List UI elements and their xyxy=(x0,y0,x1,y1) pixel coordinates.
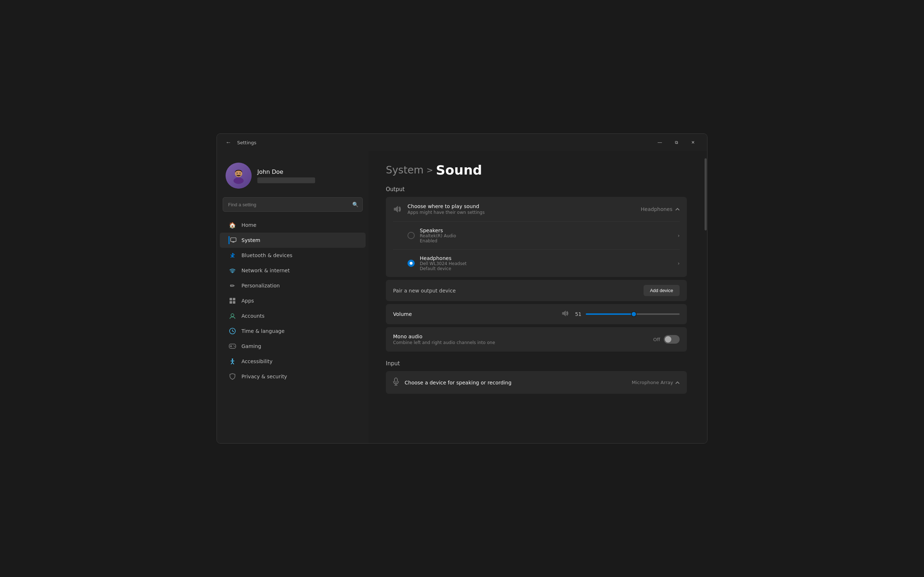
input-current-device: Microphone Array xyxy=(632,380,673,385)
sidebar: John Doe 🔍 🏠 Home xyxy=(217,151,368,443)
sidebar-label-bluetooth: Bluetooth & devices xyxy=(241,253,292,258)
output-device-card: Choose where to play sound Apps might ha… xyxy=(386,197,687,277)
volume-row: Volume 51 xyxy=(386,304,687,324)
sidebar-item-privacy[interactable]: Privacy & security xyxy=(220,369,366,384)
avatar[interactable] xyxy=(226,163,252,189)
sidebar-label-time: Time & language xyxy=(241,328,284,334)
add-device-button[interactable]: Add device xyxy=(643,285,680,296)
svg-rect-5 xyxy=(231,238,236,241)
output-device-right[interactable]: Headphones xyxy=(641,206,680,212)
svg-point-4 xyxy=(240,173,241,174)
input-right[interactable]: Microphone Array xyxy=(632,380,680,385)
sidebar-item-network[interactable]: Network & internet xyxy=(220,263,366,278)
svg-rect-11 xyxy=(229,301,232,304)
search-icon: 🔍 xyxy=(352,201,359,207)
sidebar-label-personalization: Personalization xyxy=(241,283,280,288)
output-header: Choose where to play sound Apps might ha… xyxy=(386,197,687,221)
volume-label: Volume xyxy=(393,311,412,317)
sidebar-item-gaming[interactable]: Gaming xyxy=(220,338,366,354)
sidebar-label-privacy: Privacy & security xyxy=(241,374,287,379)
user-section: John Doe xyxy=(217,157,368,197)
accounts-icon xyxy=(228,312,236,320)
volume-controls: 51 xyxy=(418,311,680,318)
network-icon xyxy=(228,266,236,274)
privacy-icon xyxy=(228,372,236,380)
user-tag xyxy=(257,177,315,183)
search-input[interactable] xyxy=(223,197,363,212)
volume-card: Volume 51 xyxy=(386,304,687,324)
breadcrumb-sep: > xyxy=(426,166,433,174)
speakers-row[interactable]: Speakers Realtek(R) Audio Enabled › xyxy=(386,222,687,249)
input-section-title: Input xyxy=(386,360,687,367)
svg-point-1 xyxy=(234,177,244,184)
mono-toggle[interactable] xyxy=(664,335,680,344)
headphones-row[interactable]: Headphones Dell WL3024 Headset Default d… xyxy=(386,250,687,277)
sidebar-item-label: Home xyxy=(241,222,256,228)
volume-icon xyxy=(562,311,569,318)
mono-title: Mono audio xyxy=(393,334,653,339)
headphones-info: Headphones Dell WL3024 Headset Default d… xyxy=(420,255,672,271)
main-panel: System > Sound Output xyxy=(368,151,704,443)
sidebar-item-system[interactable]: System xyxy=(220,233,366,248)
svg-line-26 xyxy=(233,363,234,364)
personalization-icon: ✏️ xyxy=(228,282,236,290)
sidebar-item-home[interactable]: 🏠 Home xyxy=(220,218,366,233)
scrollbar-thumb[interactable] xyxy=(704,158,707,230)
mono-audio-card: Mono audio Combine left and right audio … xyxy=(386,327,687,351)
user-name: John Doe xyxy=(257,168,315,175)
slider-thumb[interactable] xyxy=(631,311,637,317)
breadcrumb-parent: System xyxy=(386,164,423,176)
chevron-up-icon xyxy=(675,208,680,211)
svg-rect-10 xyxy=(233,298,235,300)
svg-point-20 xyxy=(234,345,234,346)
pair-device-card: Pair a new output device Add device xyxy=(386,280,687,301)
speakers-chevron: › xyxy=(677,233,680,239)
close-button[interactable]: ✕ xyxy=(685,137,701,148)
speakers-sub2: Enabled xyxy=(420,239,672,243)
sidebar-item-accounts[interactable]: Accounts xyxy=(220,308,366,324)
headphones-name: Headphones xyxy=(420,255,672,261)
mono-row: Mono audio Combine left and right audio … xyxy=(386,327,687,351)
sidebar-item-accessibility[interactable]: Accessibility xyxy=(220,354,366,369)
speakers-name: Speakers xyxy=(420,227,672,233)
minimize-button[interactable]: — xyxy=(651,137,668,148)
input-title: Choose a device for speaking or recordin… xyxy=(405,380,626,385)
back-button[interactable]: ← xyxy=(223,137,234,148)
avatar-image xyxy=(226,163,252,189)
input-device-card: Choose a device for speaking or recordin… xyxy=(386,371,687,394)
time-icon xyxy=(228,327,236,335)
maximize-button[interactable]: ⧉ xyxy=(668,137,685,148)
output-device-info: Choose where to play sound Apps might ha… xyxy=(407,203,635,215)
speakers-sub1: Realtek(R) Audio xyxy=(420,233,672,239)
svg-line-16 xyxy=(233,331,234,332)
settings-window: ← Settings — ⧉ ✕ xyxy=(216,134,708,443)
nav-list: 🏠 Home System xyxy=(217,218,368,384)
volume-slider[interactable] xyxy=(586,313,680,315)
mono-sub: Combine left and right audio channels in… xyxy=(393,340,653,345)
speakers-radio[interactable] xyxy=(407,232,415,239)
headphones-sub2: Default device xyxy=(420,266,672,271)
sidebar-label-gaming: Gaming xyxy=(241,343,261,349)
speaker-icon xyxy=(393,206,402,213)
sidebar-item-apps[interactable]: Apps xyxy=(220,293,366,308)
pair-label: Pair a new output device xyxy=(393,288,456,293)
output-device-title: Choose where to play sound xyxy=(407,203,635,209)
main-content: John Doe 🔍 🏠 Home xyxy=(217,151,707,443)
mono-content: Mono audio Combine left and right audio … xyxy=(393,334,653,345)
svg-rect-27 xyxy=(394,378,397,382)
sidebar-item-personalization[interactable]: ✏️ Personalization xyxy=(220,278,366,293)
headphones-radio[interactable] xyxy=(407,259,415,267)
sidebar-label-accessibility: Accessibility xyxy=(241,358,273,364)
breadcrumb-current: Sound xyxy=(436,163,482,177)
sidebar-label-accounts: Accounts xyxy=(241,313,265,319)
sidebar-label-system: System xyxy=(241,237,260,243)
input-device-row: Choose a device for speaking or recordin… xyxy=(386,371,687,394)
mono-toggle-right: Off xyxy=(653,335,680,344)
sidebar-item-bluetooth[interactable]: Bluetooth & devices xyxy=(220,248,366,263)
headphones-sub1: Dell WL3024 Headset xyxy=(420,261,672,266)
input-content: Choose a device for speaking or recordin… xyxy=(405,380,626,385)
user-info: John Doe xyxy=(257,168,315,183)
accessibility-icon xyxy=(228,357,236,365)
sidebar-item-time[interactable]: Time & language xyxy=(220,324,366,338)
apps-icon xyxy=(228,297,236,305)
